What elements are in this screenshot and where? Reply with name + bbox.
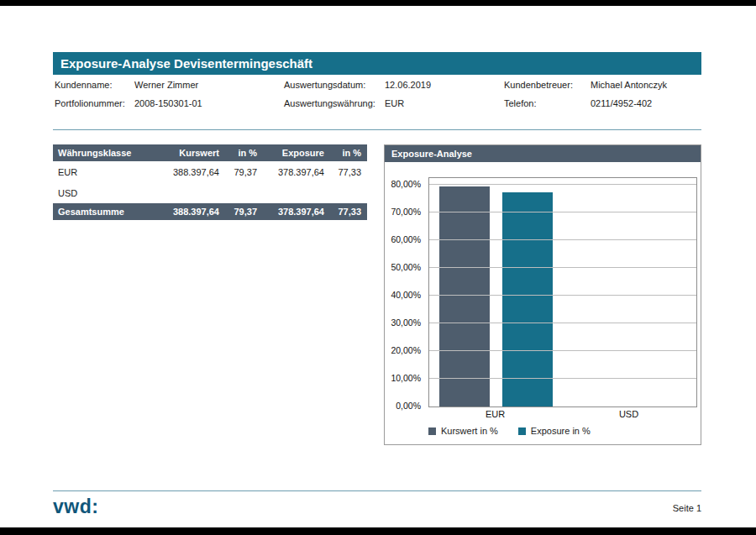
cell: Gesamtsumme [53, 203, 150, 220]
vwd-logo: vwd: [53, 496, 98, 518]
legend-label: Kurswert in % [441, 426, 498, 436]
column-header: Kurswert [150, 144, 225, 161]
y-axis: 0,00%10,00%20,00%30,00%40,00%50,00%60,00… [385, 177, 425, 406]
gridline [429, 184, 696, 185]
column-header: Exposure [263, 144, 330, 161]
gridline [429, 295, 696, 296]
kundenname-value: Werner Zimmer [134, 80, 198, 90]
auswertungswaehrung-value: EUR [385, 98, 404, 108]
y-tick-label: 60,00% [391, 234, 421, 244]
table-total-row: Gesamtsumme 388.397,64 79,37 378.397,64 … [53, 203, 367, 220]
legend-item: Kurswert in % [428, 426, 498, 436]
y-tick-label: 30,00% [391, 317, 421, 328]
cell: 79,37 [225, 161, 263, 182]
bar-eur [502, 192, 553, 406]
cell [150, 182, 225, 203]
kundenbetreuer-label: Kundenbetreuer: [504, 80, 573, 90]
exposure-chart-panel: Exposure-Analyse 0,00%10,00%20,00%30,00%… [384, 144, 701, 445]
top-border [0, 0, 756, 6]
y-tick-label: 80,00% [391, 179, 421, 189]
page-title: Exposure-Analyse Devisentermingeschäft [53, 52, 701, 75]
x-tick-label: EUR [428, 409, 562, 419]
y-tick-label: 40,00% [391, 290, 421, 300]
column-header: in % [225, 144, 263, 161]
cell [330, 182, 367, 203]
bar-eur [439, 186, 490, 406]
kundenbetreuer-value: Michael Antonczyk [591, 80, 667, 90]
x-axis: EURUSD [428, 409, 696, 419]
legend-label: Exposure in % [531, 426, 591, 436]
y-tick-label: 20,00% [391, 345, 421, 355]
y-tick-label: 0,00% [396, 401, 421, 411]
cell [225, 182, 263, 203]
column-header: Währungsklasse [53, 144, 150, 161]
page-number: Seite 1 [673, 503, 701, 513]
cell: 378.397,64 [263, 161, 330, 182]
cell: 378.397,64 [263, 203, 330, 220]
plot-area [428, 177, 697, 407]
auswertungsdatum-value: 12.06.2019 [385, 80, 431, 90]
legend: Kurswert in %Exposure in % [428, 426, 591, 436]
cell: 388.397,64 [150, 203, 225, 220]
cell: 388.397,64 [150, 161, 225, 182]
cell: USD [53, 182, 150, 203]
report-page: Exposure-Analyse Devisentermingeschäft K… [0, 0, 756, 535]
y-tick-label: 50,00% [391, 262, 421, 272]
legend-item: Exposure in % [518, 426, 591, 436]
kundenname-label: Kundenname: [55, 80, 113, 90]
header-divider [53, 129, 701, 130]
cell [263, 182, 330, 203]
y-tick-label: 10,00% [391, 373, 421, 383]
table-header-row: Währungsklasse Kurswert in % Exposure in… [53, 144, 367, 161]
gridline [429, 378, 696, 379]
footer-divider [53, 490, 701, 491]
y-tick-label: 70,00% [391, 207, 421, 217]
chart-title: Exposure-Analyse [385, 145, 701, 162]
legend-swatch-icon [518, 427, 526, 435]
cell: 79,37 [225, 203, 263, 220]
auswertungswaehrung-label: Auswertungswährung: [284, 98, 375, 108]
table-row: EUR 388.397,64 79,37 378.397,64 77,33 [53, 161, 367, 182]
table-row: USD [53, 182, 367, 203]
gridline [429, 350, 696, 351]
gridline [429, 239, 696, 240]
column-header: in % [330, 144, 367, 161]
portfolionummer-label: Portfolionummer: [55, 98, 125, 108]
bottom-border [0, 527, 756, 535]
gridline [429, 323, 696, 323]
cell: 77,33 [330, 203, 367, 220]
auswertungsdatum-label: Auswertungsdatum: [284, 80, 365, 90]
telefon-label: Telefon: [504, 98, 537, 108]
cell: EUR [53, 161, 150, 182]
legend-swatch-icon [428, 427, 436, 435]
cell: 77,33 [330, 161, 367, 182]
x-tick-label: USD [562, 409, 696, 419]
exposure-table-container: Währungsklasse Kurswert in % Exposure in… [53, 144, 367, 220]
exposure-table: Währungsklasse Kurswert in % Exposure in… [53, 144, 367, 220]
gridline [429, 212, 696, 212]
telefon-value: 0211/4952-402 [591, 98, 652, 108]
gridline [429, 267, 696, 268]
portfolionummer-value: 2008-150301-01 [134, 98, 202, 108]
